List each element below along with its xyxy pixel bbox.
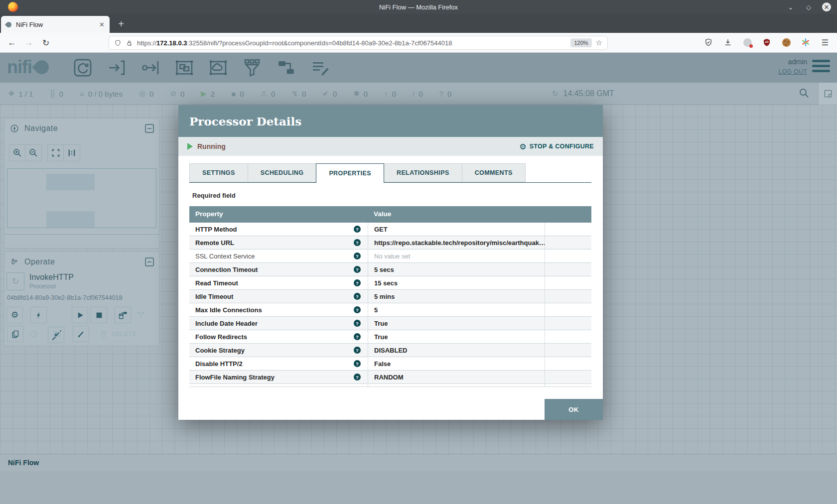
close-tab-icon[interactable]: ✕ bbox=[99, 21, 105, 28]
ublock-shield-icon[interactable]: uO bbox=[761, 36, 773, 48]
stop-and-configure-button[interactable]: ⚙ STOP & CONFIGURE bbox=[519, 142, 594, 151]
status-count: 0 bbox=[364, 90, 368, 98]
cluster-icon: ❖ bbox=[8, 89, 14, 98]
help-icon[interactable]: ? bbox=[354, 239, 361, 246]
protections-shield-icon[interactable] bbox=[702, 36, 714, 48]
new-tab-button[interactable]: + bbox=[114, 17, 129, 31]
url-bar[interactable]: https://172.18.0.3:32558/nifi/?processGr… bbox=[109, 36, 608, 50]
output-port-icon[interactable] bbox=[139, 56, 162, 80]
help-icon[interactable]: ? bbox=[354, 347, 361, 354]
group-button[interactable] bbox=[48, 326, 65, 342]
zoom-in-button[interactable] bbox=[9, 144, 25, 161]
svg-text:uO: uO bbox=[765, 40, 768, 43]
status-sync-failure: ?0 bbox=[439, 90, 452, 98]
label-icon[interactable] bbox=[308, 56, 332, 80]
bookmark-star-icon[interactable]: ☆ bbox=[596, 38, 602, 47]
property-value: No value set bbox=[374, 252, 410, 260]
property-name: Cookie Strategy bbox=[195, 347, 245, 354]
collapse-operate-icon[interactable] bbox=[145, 257, 154, 266]
dialog-title: Processor Details bbox=[189, 115, 301, 128]
paste-button[interactable] bbox=[25, 326, 42, 342]
refresh-icon[interactable]: ↻ bbox=[552, 89, 558, 98]
tab-scheduling[interactable]: SCHEDULING bbox=[248, 163, 317, 182]
reload-button[interactable]: ↻ bbox=[40, 37, 52, 49]
global-menu-icon[interactable] bbox=[812, 60, 830, 72]
zoom-fit-button[interactable] bbox=[47, 144, 64, 161]
browser-tab-nifi-flow[interactable]: NiFi Flow ✕ bbox=[1, 16, 110, 33]
bulletin-board-icon[interactable] bbox=[818, 83, 837, 105]
downloads-icon[interactable] bbox=[722, 36, 734, 48]
minimap-processor-block bbox=[46, 211, 95, 228]
locally-modified-stale-icon: ! bbox=[413, 90, 415, 98]
help-icon[interactable]: ? bbox=[354, 333, 361, 340]
forward-button[interactable]: → bbox=[23, 37, 35, 49]
help-icon[interactable]: ? bbox=[354, 293, 361, 300]
property-name: Connection Timeout bbox=[195, 266, 258, 273]
cookie-extension-icon[interactable] bbox=[780, 36, 792, 48]
breadcrumb-root[interactable]: NiFi Flow bbox=[8, 459, 39, 467]
process-group-icon[interactable] bbox=[172, 56, 196, 80]
row-actions-cell bbox=[545, 384, 591, 387]
enable-button[interactable] bbox=[30, 307, 47, 323]
minimize-icon[interactable]: ⌄ bbox=[786, 2, 795, 11]
search-icon[interactable] bbox=[798, 87, 811, 100]
tab-properties[interactable]: PROPERTIES bbox=[316, 163, 384, 183]
help-icon[interactable]: ? bbox=[354, 226, 361, 233]
status-stale: ↑0 bbox=[384, 90, 396, 98]
processor-icon[interactable] bbox=[71, 56, 95, 80]
status-count: 0 bbox=[59, 90, 63, 98]
tab-comments[interactable]: COMMENTS bbox=[462, 163, 526, 182]
page-zoom-badge[interactable]: 120% bbox=[570, 38, 591, 47]
row-actions-cell bbox=[545, 276, 591, 289]
collapse-navigate-icon[interactable] bbox=[145, 124, 154, 133]
transmitting-icon: ◎ bbox=[139, 89, 145, 98]
birdseye-minimap[interactable] bbox=[7, 168, 156, 228]
tracking-shield-icon[interactable] bbox=[114, 39, 122, 47]
help-icon[interactable]: ? bbox=[354, 279, 361, 286]
property-value: 5 mins bbox=[374, 293, 395, 300]
remote-process-group-icon[interactable] bbox=[206, 56, 230, 80]
back-button[interactable]: ← bbox=[6, 37, 18, 49]
funnel-icon[interactable] bbox=[240, 56, 264, 80]
ok-button[interactable]: OK bbox=[545, 399, 603, 420]
nifi-logo-drop-icon bbox=[32, 57, 52, 77]
property-name: Max Idle Connections bbox=[195, 306, 262, 314]
property-row: Follow Redirects?True bbox=[189, 330, 591, 344]
property-name: Remote URL bbox=[195, 239, 234, 247]
help-icon[interactable]: ? bbox=[354, 360, 361, 367]
close-window-icon[interactable]: ✕ bbox=[822, 2, 831, 11]
copy-button[interactable] bbox=[7, 326, 23, 342]
app-menu-icon[interactable]: ☰ bbox=[819, 36, 831, 48]
property-name: Read Timeout bbox=[195, 279, 238, 287]
change-color-button[interactable] bbox=[73, 326, 89, 342]
status-up-to-date: ✔0 bbox=[322, 89, 337, 98]
tab-settings[interactable]: SETTINGS bbox=[189, 163, 248, 182]
logout-link[interactable]: LOG OUT bbox=[778, 68, 807, 75]
pinwheel-extension-icon[interactable] bbox=[800, 36, 812, 48]
tab-relationships[interactable]: RELATIONSHIPS bbox=[384, 163, 462, 182]
stop-button[interactable] bbox=[91, 307, 107, 323]
upload-template-button[interactable] bbox=[132, 307, 148, 323]
delete-button-label: DELETE bbox=[112, 331, 137, 338]
padlock-warning-icon[interactable] bbox=[126, 39, 133, 47]
configure-button[interactable]: ⚙ bbox=[6, 307, 23, 323]
zoom-out-button[interactable] bbox=[25, 144, 42, 161]
maximize-icon[interactable]: ◇ bbox=[804, 2, 813, 11]
input-port-icon[interactable] bbox=[105, 56, 129, 80]
help-icon[interactable]: ? bbox=[354, 252, 361, 259]
extension-badge-icon[interactable] bbox=[741, 36, 753, 48]
last-refreshed-time: 14:45:08 GMT bbox=[563, 89, 614, 98]
help-icon[interactable]: ? bbox=[354, 266, 361, 273]
property-row: HTTP Method?GET bbox=[189, 223, 591, 236]
property-row: Cookie Strategy?DISABLED bbox=[189, 344, 591, 357]
zoom-actual-size-button[interactable] bbox=[64, 144, 80, 161]
template-icon[interactable] bbox=[274, 56, 298, 80]
minimap-resize-handle[interactable] bbox=[4, 234, 159, 235]
window-titlebar: NiFi Flow — Mozilla Firefox ⌄ ◇ ✕ bbox=[0, 0, 837, 14]
start-button[interactable] bbox=[72, 307, 88, 323]
help-icon[interactable]: ? bbox=[354, 306, 361, 313]
delete-button[interactable]: DELETE bbox=[96, 326, 139, 342]
save-template-button[interactable] bbox=[115, 307, 131, 323]
help-icon[interactable]: ? bbox=[354, 374, 361, 380]
help-icon[interactable]: ? bbox=[354, 320, 361, 327]
